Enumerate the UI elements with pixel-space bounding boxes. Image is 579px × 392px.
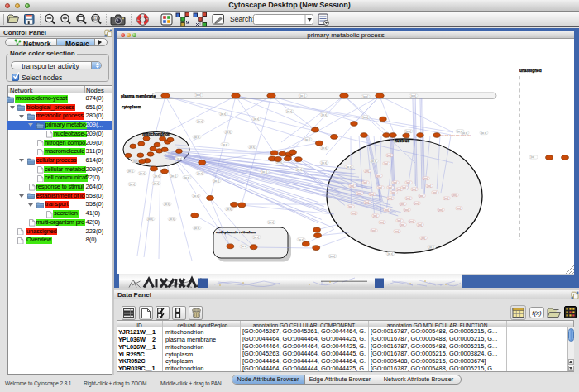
svg-text:plasma membrane: plasma membrane <box>121 94 156 98</box>
svg-text:[xxx]: [xxx] <box>352 212 356 215</box>
svg-text:[xxx]: [xxx] <box>452 194 457 197</box>
svg-text:[xxx]: [xxx] <box>419 194 424 198</box>
svg-text:[xx x]: [xx x] <box>222 143 227 146</box>
svg-text:[xxx]: [xxx] <box>388 186 393 189</box>
svg-text:[xxx]: [xxx] <box>388 197 393 200</box>
svg-text:[xx x]: [xx x] <box>127 170 133 173</box>
svg-text:[xx x]: [xx x] <box>129 183 135 186</box>
svg-text:[xx x]: [xx x] <box>286 110 292 113</box>
svg-text:[xx x]: [xx x] <box>253 117 259 121</box>
svg-text:[xx x]: [xx x] <box>261 170 267 174</box>
svg-text:[xxx]: [xxx] <box>371 229 376 232</box>
svg-text:[xx x]: [xx x] <box>164 203 170 206</box>
svg-text:[xxx]: [xxx] <box>376 174 381 178</box>
svg-text:[xxx]: [xxx] <box>414 202 419 205</box>
svg-text:[xx]: [xx] <box>531 155 535 159</box>
svg-text:[xxx]: [xxx] <box>391 191 396 194</box>
svg-text:[xxx]: [xxx] <box>370 193 375 196</box>
svg-text:[xx x]: [xx x] <box>169 218 175 221</box>
svg-text:[xx x]: [xx x] <box>197 120 203 123</box>
svg-text:nucleus: nucleus <box>395 139 409 143</box>
svg-text:1:1: 1:1 <box>94 17 98 20</box>
svg-text:Search:: Search: <box>230 15 254 23</box>
svg-text:[xxx]: [xxx] <box>365 170 370 173</box>
svg-text:[xx x]: [xx x] <box>195 93 201 97</box>
svg-text:[xxx]: [xxx] <box>378 186 383 189</box>
svg-text:[xxx]: [xxx] <box>387 154 392 157</box>
svg-text:[xx x]: [xx x] <box>410 94 416 98</box>
svg-text:[xxx]: [xxx] <box>418 223 423 227</box>
svg-text:[xxx]: [xxx] <box>444 197 449 200</box>
svg-text:[xx x]: [xx x] <box>170 174 176 178</box>
svg-text:[xxx]: [xxx] <box>406 181 411 184</box>
svg-text:[xxx]: [xxx] <box>400 223 405 227</box>
svg-text:xxx xxx xxxx xxx xxxx xxx: xxx xxx xxxx xxx xxxx xxx <box>440 135 471 137</box>
svg-text:[xx x]: [xx x] <box>329 255 335 258</box>
svg-text:[xx x]: [xx x] <box>249 146 255 149</box>
svg-text:[xx x]: [xx x] <box>457 130 462 133</box>
svg-text:[xx x]: [xx x] <box>304 138 310 141</box>
svg-text:[xxx]: [xxx] <box>365 201 370 204</box>
svg-text:[xx x]: [xx x] <box>153 182 159 185</box>
svg-text:[xx x]: [xx x] <box>362 95 368 98</box>
svg-text:[xxx]: [xxx] <box>402 186 407 189</box>
svg-text:cytoplasm: cytoplasm <box>122 105 141 109</box>
svg-text:[xxx]: [xxx] <box>348 205 353 208</box>
svg-text:[xx x]: [xx x] <box>321 146 327 150</box>
svg-text:[xxx]: [xxx] <box>350 184 355 188</box>
svg-text:[xxx]: [xxx] <box>397 219 402 222</box>
svg-text:[xxx]: [xxx] <box>421 237 426 240</box>
svg-text:[xx x]: [xx x] <box>321 161 327 165</box>
svg-text:[xx x]: [xx x] <box>194 136 199 139</box>
svg-text:[xxx]: [xxx] <box>400 203 405 206</box>
svg-text:[xxx]: [xxx] <box>438 208 443 212</box>
svg-text:[xx x]: [xx x] <box>241 245 246 248</box>
svg-text:[xx x]: [xx x] <box>296 168 302 171</box>
svg-text:[xx x]: [xx x] <box>154 174 160 178</box>
svg-text:[xxx]: [xxx] <box>427 184 432 188</box>
svg-text:[xx x]: [xx x] <box>184 176 189 179</box>
svg-text:[xx x]: [xx x] <box>362 116 368 119</box>
svg-text:[xxx]: [xxx] <box>384 162 389 165</box>
svg-text:[xxx]: [xxx] <box>404 208 409 212</box>
svg-text:[xx x]: [xx x] <box>481 131 486 135</box>
svg-text:[xxx]: [xxx] <box>357 192 362 195</box>
svg-text:[xxx]: [xxx] <box>363 181 368 184</box>
svg-text:[xx x]: [xx x] <box>176 157 182 160</box>
svg-text:[xxx]: [xxx] <box>373 214 378 218</box>
svg-text:[xx x]: [xx x] <box>213 179 219 183</box>
svg-text:[xx x]: [xx x] <box>405 130 411 133</box>
svg-text:unassigned: unassigned <box>519 69 542 73</box>
svg-text:[xx x]: [xx x] <box>193 194 199 198</box>
svg-text:[xx x]: [xx x] <box>346 165 352 169</box>
svg-text:[xx x]: [xx x] <box>197 172 203 175</box>
svg-text:[xx x]: [xx x] <box>194 227 199 230</box>
svg-text:[xxx]: [xxx] <box>393 181 398 184</box>
svg-text:[xxx]: [xxx] <box>385 208 390 212</box>
svg-text:mitochondrion: mitochondrion <box>142 132 170 136</box>
svg-text:[xx x]: [xx x] <box>220 112 226 116</box>
svg-text:[xxx]: [xxx] <box>457 207 462 210</box>
svg-text:[xx x]: [xx x] <box>299 94 305 98</box>
svg-text:[xx x]: [xx x] <box>321 113 327 117</box>
svg-text:[xxx]: [xxx] <box>409 220 414 223</box>
svg-text:[xxx]: [xxx] <box>433 191 438 194</box>
svg-text:[xx x]: [xx x] <box>387 252 393 256</box>
svg-text:endoplasmic reticulum: endoplasmic reticulum <box>216 230 256 234</box>
svg-text:[xxx]: [xxx] <box>395 230 400 233</box>
svg-text:[xx x]: [xx x] <box>428 246 434 249</box>
svg-text:[xxx]: [xxx] <box>406 197 411 200</box>
svg-text:[xx x]: [xx x] <box>371 160 376 163</box>
svg-text:[xxx]: [xxx] <box>423 177 428 180</box>
svg-text:[xx x]: [xx x] <box>226 208 232 211</box>
svg-text:[xx x]: [xx x] <box>253 236 259 239</box>
svg-text:[xx x]: [xx x] <box>268 221 274 224</box>
svg-text:[xx x]: [xx x] <box>225 131 231 134</box>
svg-text:[xxx]: [xxx] <box>380 221 385 224</box>
svg-text:[xx x]: [xx x] <box>147 218 153 221</box>
svg-text:[xx x]: [xx x] <box>298 238 304 241</box>
svg-text:[xx x]: [xx x] <box>139 172 145 175</box>
svg-text:[xxx]: [xxx] <box>412 188 417 191</box>
svg-text:[xx x]: [xx x] <box>132 160 138 163</box>
